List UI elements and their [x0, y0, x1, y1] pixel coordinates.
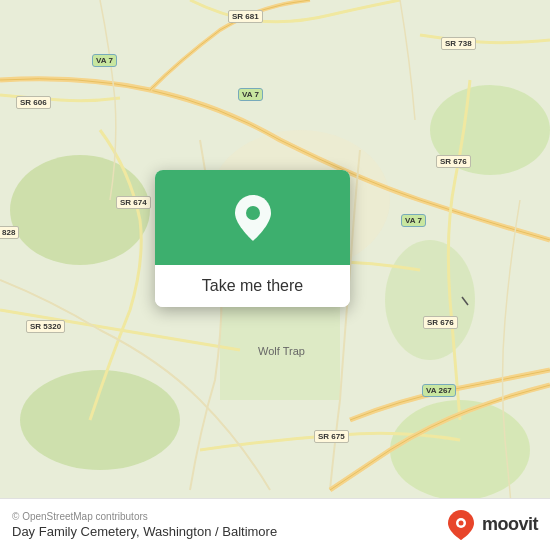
popup-green-area: [155, 170, 350, 265]
sr675-badge: SR 675: [314, 430, 349, 443]
svg-point-9: [246, 206, 260, 220]
moovit-logo: moovit: [446, 508, 538, 542]
sr606-badge: SR 606: [16, 96, 51, 109]
828-badge: 828: [0, 226, 19, 239]
sr5320-badge: SR 5320: [26, 320, 65, 333]
popup-card: Take me there: [155, 170, 350, 307]
take-me-there-label: Take me there: [202, 277, 303, 295]
svg-point-3: [385, 240, 475, 360]
sr674-badge: SR 674: [116, 196, 151, 209]
svg-point-11: [458, 520, 463, 525]
svg-point-5: [20, 370, 180, 470]
sr676-badge-1: SR 676: [436, 155, 471, 168]
location-info: © OpenStreetMap contributors Day Family …: [12, 511, 277, 539]
location-name: Day Family Cemetery, Washington / Baltim…: [12, 524, 277, 539]
wolf-trap-label: Wolf Trap: [258, 345, 305, 357]
moovit-text: moovit: [482, 514, 538, 535]
svg-point-1: [10, 155, 150, 265]
va267-badge: VA 267: [422, 384, 456, 397]
sr738-badge: SR 738: [441, 37, 476, 50]
location-pin-icon: [231, 193, 275, 243]
moovit-icon: [446, 508, 476, 542]
sr676-badge-2: SR 676: [423, 316, 458, 329]
take-me-there-button[interactable]: Take me there: [155, 265, 350, 307]
map-container: VA 7 VA 7 VA 7 SR 681 SR 738 SR 606 SR 6…: [0, 0, 550, 550]
va7-badge-3: VA 7: [401, 214, 426, 227]
sr681-badge: SR 681: [228, 10, 263, 23]
va7-badge-2: VA 7: [238, 88, 263, 101]
va7-badge-1: VA 7: [92, 54, 117, 67]
copyright-text: © OpenStreetMap contributors: [12, 511, 277, 522]
bottom-bar: © OpenStreetMap contributors Day Family …: [0, 498, 550, 550]
